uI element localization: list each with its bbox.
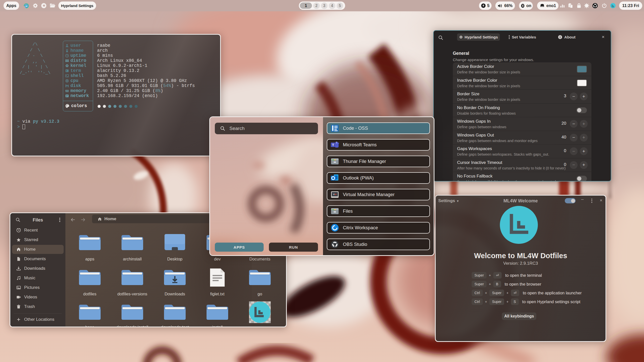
svg-text:VM: VM <box>333 193 337 196</box>
svg-text:IP: IP <box>66 95 68 97</box>
svg-text:T: T <box>332 143 334 147</box>
svg-text:AI: AI <box>25 5 27 7</box>
